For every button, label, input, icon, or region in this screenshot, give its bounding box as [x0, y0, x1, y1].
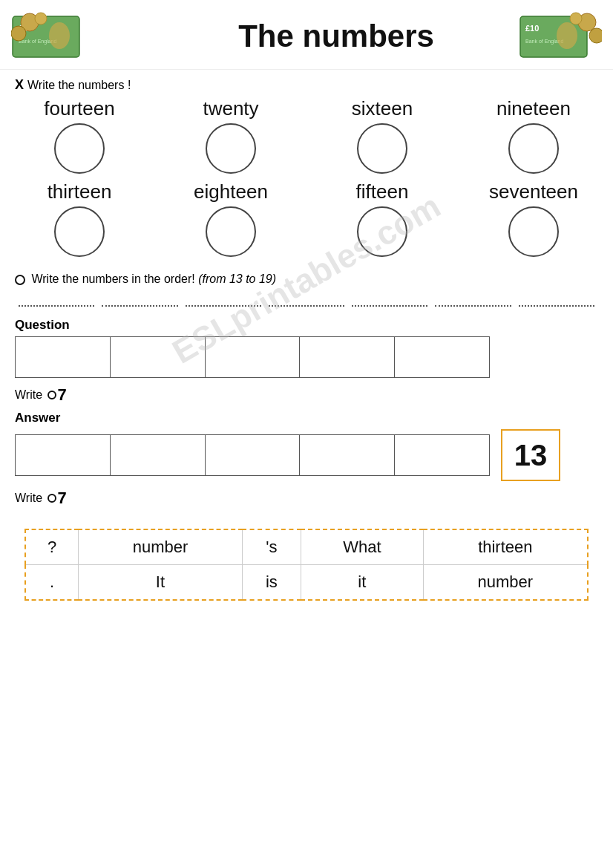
a-cell-3[interactable] — [205, 435, 300, 476]
answer-table — [15, 434, 490, 476]
word-cell-twenty: twenty — [159, 97, 303, 177]
sentence-row1-col4: What — [301, 529, 424, 565]
words-grid: fourteen twenty sixteen nineteen thirtee… — [0, 97, 613, 260]
bottom-section: ? number 's What thirteen . It is it num… — [0, 514, 613, 608]
sentence-row1-col5: thirteen — [423, 529, 588, 565]
circle-nineteen[interactable] — [508, 123, 559, 174]
word-nineteen: nineteen — [496, 97, 571, 120]
section-o-label: Write the numbers in the order! (from 13… — [15, 273, 598, 286]
circle-eighteen[interactable] — [206, 206, 256, 257]
q-cell-3[interactable] — [205, 337, 300, 378]
money-image-right: £10 Bank of England — [517, 7, 602, 65]
question-label: Question — [15, 318, 598, 333]
word-cell-fourteen: fourteen — [7, 97, 151, 177]
word-cell-eighteen: eighteen — [159, 180, 303, 260]
page-header: £10 Bank of England The numbers £10 Bank… — [0, 0, 613, 70]
question-section: Question — [0, 318, 613, 378]
write-o-circle-2 — [47, 494, 56, 503]
word-eighteen: eighteen — [194, 180, 268, 203]
dot-2[interactable] — [102, 292, 177, 307]
x-icon: X — [15, 77, 24, 93]
answer-number-box: 13 — [501, 429, 560, 481]
a-cell-4[interactable] — [300, 435, 395, 476]
section-x-text: Write the numbers ! — [27, 79, 131, 92]
sentence-row2-col3: is — [242, 565, 301, 601]
sentence-row1-col1: ? — [25, 529, 79, 565]
section-o-main-text: Write the numbers in the order! — [31, 273, 194, 285]
money-image-left: £10 Bank of England — [11, 7, 96, 65]
word-cell-nineteen: nineteen — [462, 97, 606, 177]
sentence-row1-col3: 's — [242, 529, 301, 565]
svg-point-13 — [570, 13, 582, 25]
svg-point-3 — [49, 22, 70, 49]
word-cell-thirteen: thirteen — [7, 180, 151, 260]
word-seventeen: seventeen — [489, 180, 578, 203]
dot-1[interactable] — [19, 292, 94, 307]
sentence-row2-col4: it — [301, 565, 424, 601]
write-o-circle-1 — [47, 391, 56, 399]
question-table — [15, 336, 490, 378]
svg-point-6 — [35, 13, 47, 25]
circle-twenty[interactable] — [206, 123, 256, 174]
section-x-label: X Write the numbers ! — [15, 77, 598, 93]
write-num-2: 7 — [58, 489, 67, 508]
circle-seventeen[interactable] — [508, 206, 559, 257]
a-cell-1[interactable] — [16, 435, 111, 476]
page-title: The numbers — [156, 19, 517, 54]
dot-6[interactable] — [435, 292, 511, 307]
word-fourteen: fourteen — [44, 97, 114, 120]
word-cell-seventeen: seventeen — [462, 180, 606, 260]
word-sixteen: sixteen — [352, 97, 413, 120]
write-text-2: Write — [15, 492, 42, 505]
circle-fifteen[interactable] — [357, 206, 407, 257]
sentence-table: ? number 's What thirteen . It is it num… — [24, 529, 589, 601]
q-cell-5[interactable] — [395, 337, 490, 378]
dot-7[interactable] — [519, 292, 594, 307]
q-cell-2[interactable] — [110, 337, 205, 378]
sentence-row2-col1: . — [25, 565, 79, 601]
dot-5[interactable] — [352, 292, 427, 307]
svg-point-5 — [11, 26, 26, 41]
write-label-1: Write 7 — [15, 385, 598, 405]
a-cell-5[interactable] — [395, 435, 490, 476]
svg-point-10 — [557, 22, 577, 49]
write-label-2: Write 7 — [15, 489, 598, 508]
word-cell-sixteen: sixteen — [310, 97, 454, 177]
dot-4[interactable] — [269, 292, 344, 307]
write-num-1: 7 — [58, 385, 67, 405]
sentence-row1-col2: number — [79, 529, 243, 565]
answer-row: 13 — [15, 429, 598, 481]
write-text-1: Write — [15, 388, 42, 402]
sentence-row2-col2: It — [79, 565, 243, 601]
q-cell-1[interactable] — [16, 337, 111, 378]
section-o: Write the numbers in the order! (from 13… — [0, 264, 613, 307]
sentence-row2-col5: number — [423, 565, 588, 601]
a-cell-2[interactable] — [110, 435, 205, 476]
section-o-italic-text: (from 13 to 19) — [198, 273, 276, 285]
word-fifteen: fifteen — [356, 180, 409, 203]
svg-point-12 — [589, 28, 602, 43]
section-x: X Write the numbers ! — [0, 70, 613, 93]
answer-label: Answer — [15, 411, 598, 425]
svg-text:£10: £10 — [525, 24, 539, 33]
circle-thirteen[interactable] — [54, 206, 105, 257]
answer-block: Answer 13 — [0, 411, 613, 481]
o-circle-icon — [15, 275, 25, 285]
q-cell-4[interactable] — [300, 337, 395, 378]
word-cell-fifteen: fifteen — [310, 180, 454, 260]
dot-3[interactable] — [186, 292, 261, 307]
circle-fourteen[interactable] — [54, 123, 105, 174]
dots-line — [15, 292, 598, 307]
word-thirteen: thirteen — [47, 180, 112, 203]
circle-sixteen[interactable] — [357, 123, 407, 174]
word-twenty: twenty — [203, 97, 258, 120]
